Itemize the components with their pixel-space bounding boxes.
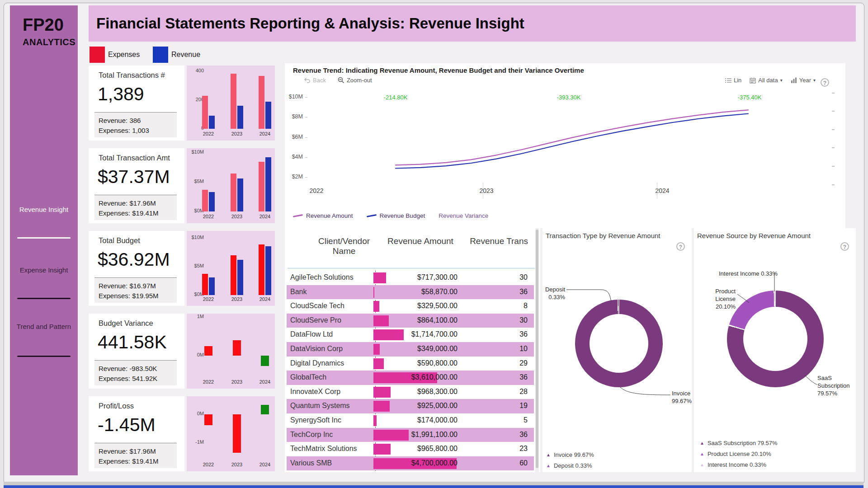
chart-title: Revenue Source by Revenue Amount — [697, 232, 811, 239]
callout-line: Deposit — [542, 286, 565, 293]
table-row[interactable]: TechCorp Inc$1,991,100.0036 — [287, 428, 534, 442]
donut-legend-item[interactable]: ▲Interest Income 0.33% — [700, 461, 778, 468]
header-line: Client/Vendor — [310, 236, 378, 246]
kpi-revenue-line: Revenue: $17.96M — [99, 446, 177, 456]
sidebar-item-trend-and-pattern[interactable]: Trend and Pattern — [10, 323, 78, 330]
table-row[interactable]: GlobalTech$3,610,000.0036 — [287, 371, 534, 385]
table-row[interactable]: TechMatrix Solutions$965,800.0023 — [287, 442, 534, 456]
sidebar: FP20 ANALYTICS Revenue Insight Expense I… — [10, 5, 78, 475]
kpi-value: 441.58K — [98, 332, 167, 353]
callout-line: License 20.10% — [694, 295, 736, 310]
kpi-card-budget-variance[interactable]: Budget Variance 441.58K Revenue: -983.50… — [89, 314, 184, 389]
mini-bar-chart-transactions[interactable]: 4002000202220232024 — [187, 66, 275, 141]
client-vendor-table[interactable]: Client/Vendor Name Revenue Amount Revenu… — [285, 228, 540, 472]
kpi-title: Total Transactions # — [99, 71, 165, 80]
kpi-revenue-line: Revenue: -983.50K — [99, 364, 177, 374]
legend-item-revenue[interactable]: Revenue — [153, 47, 200, 63]
triangle-icon: ▲ — [700, 452, 704, 456]
bottom-accent-bar — [4, 485, 863, 488]
nav-divider — [17, 237, 71, 239]
transaction-type-donut-panel[interactable]: Transaction Type by Revenue Amount ? Dep… — [542, 228, 692, 472]
revenue-swatch — [153, 47, 168, 63]
legend-label: Revenue Variance — [439, 212, 488, 219]
revenue-source-donut[interactable] — [727, 291, 824, 387]
kpi-expenses-line: Expenses: 541.92K — [99, 374, 177, 384]
callout-line: Interest Income 0.33% — [717, 270, 780, 277]
kpi-expenses-line: Expenses: $19.41M — [99, 208, 177, 218]
kpi-breakdown: Revenue: $17.96M Expenses: $19.41M — [94, 443, 177, 468]
legend-item-revenue-budget[interactable]: Revenue Budget — [367, 212, 425, 219]
legend-item-expenses[interactable]: Expenses — [90, 47, 140, 63]
kpi-card-total-transactions[interactable]: Total Transactions # 1,389 Revenue: 386 … — [89, 66, 184, 141]
kpi-value: -1.45M — [98, 414, 156, 436]
table-row[interactable]: DataVision Corp$349,000.0010 — [287, 342, 534, 357]
table-row[interactable]: DataFlow Ltd$1,714,700.0036 — [287, 328, 534, 342]
table-row[interactable]: Digital Dynamics$590,800.0029 — [287, 357, 534, 371]
kpi-breakdown: Revenue: $16.97M Expenses: $19.95M — [94, 277, 177, 303]
table-row[interactable]: AgileTech Solutions$717,300.0030 — [287, 271, 534, 285]
transaction-type-donut[interactable] — [575, 300, 663, 387]
table-row[interactable]: SynergySoft Inc$174,000.005 — [287, 413, 534, 428]
legend-label: Expenses — [105, 51, 140, 59]
kpi-revenue-line: Revenue: 386 — [99, 116, 177, 126]
kpi-expenses-line: Expenses: 1,003 — [99, 126, 177, 136]
mini-bar-chart-budget-variance[interactable]: 1M0M202220232024 — [187, 314, 275, 389]
callout-line: SaaS — [817, 374, 856, 382]
donut-legend-item[interactable]: ▲Product License 20.10% — [700, 450, 778, 457]
callout-interest-income: Interest Income 0.33% — [717, 270, 780, 277]
sidebar-item-revenue-insight[interactable]: Revenue Insight — [10, 206, 78, 213]
revenue-trend-chart[interactable]: Revenue Trend: Indicating Revenue Amount… — [285, 63, 845, 228]
kpi-card-total-transaction-amt[interactable]: Total Transaction Amt $37.37M Revenue: $… — [89, 148, 184, 223]
kpi-value: 1,389 — [98, 84, 144, 105]
help-icon[interactable]: ? — [676, 242, 685, 251]
column-header-revenue-amount[interactable]: Revenue Amount — [382, 236, 459, 246]
callout-saas-subscription: SaaS Subscription 79.57% — [817, 374, 856, 397]
dashboard: FP20 ANALYTICS Revenue Insight Expense I… — [0, 0, 868, 488]
nav-divider — [17, 298, 71, 299]
legend-item-revenue-amount[interactable]: Revenue Amount — [293, 212, 353, 219]
revenue-source-donut-panel[interactable]: Revenue Source by Revenue Amount ? Inter… — [694, 228, 856, 472]
header-underline — [288, 268, 535, 268]
kpi-expenses-line: Expenses: $19.41M — [99, 456, 177, 466]
donut-legend-item[interactable]: ▲Invoice 99.67% — [546, 451, 594, 458]
trend-lines — [285, 63, 845, 228]
header-line: Name — [310, 246, 378, 256]
scrollbar-thumb[interactable] — [536, 230, 538, 468]
triangle-icon: ▲ — [546, 453, 551, 457]
table-scrollbar[interactable] — [535, 228, 539, 472]
sidebar-item-expense-insight[interactable]: Expense Insight — [10, 266, 78, 274]
kpi-card-total-budget[interactable]: Total Budget $36.92M Revenue: $16.97M Ex… — [89, 231, 184, 306]
kpi-card-profit-loss[interactable]: Profit/Loss -1.45M Revenue: $17.96M Expe… — [89, 396, 184, 471]
callout-product-license: Product License 20.10% — [694, 287, 736, 310]
mini-bar-chart-budget[interactable]: $10M$5M$0M202220232024 — [187, 231, 275, 306]
kpi-breakdown: Revenue: -983.50K Expenses: 541.92K — [94, 360, 177, 385]
callout-line: 0.33% — [542, 293, 565, 301]
help-icon[interactable]: ? — [840, 242, 849, 251]
legend-item-revenue-variance[interactable]: Revenue Variance — [439, 212, 488, 219]
callout-line: 79.57% — [817, 389, 856, 397]
kpi-title: Profit/Loss — [99, 402, 134, 410]
kpi-revenue-line: Revenue: $16.97M — [99, 281, 177, 291]
logo-analytics: ANALYTICS — [23, 37, 75, 47]
kpi-breakdown: Revenue: $17.96M Expenses: $19.41M — [94, 195, 177, 220]
table-row[interactable]: InnovateX Corp$968,300.0028 — [287, 385, 534, 399]
kpi-value: $36.92M — [98, 249, 170, 270]
mini-bar-chart-transaction-amt[interactable]: $10M$5M$0M202220232024 — [187, 148, 275, 223]
donut-legend-item[interactable]: ▲Deposit 0.33% — [546, 462, 594, 469]
line-swatch — [293, 214, 303, 217]
table-row[interactable]: Bank$58,870.0036 — [287, 285, 534, 300]
table-row[interactable]: Quantum Systems$925,000.0019 — [287, 399, 534, 413]
table-row[interactable]: Various SMB$4,700,000.0060 — [287, 456, 534, 471]
kpi-breakdown: Revenue: 386 Expenses: 1,003 — [94, 112, 177, 137]
mini-bar-chart-profit-loss[interactable]: 0M-1M202220232024 — [187, 396, 275, 471]
legend-label: Revenue — [168, 51, 200, 59]
nav-divider — [17, 356, 71, 357]
line-swatch — [366, 214, 376, 217]
column-header-client-vendor[interactable]: Client/Vendor Name — [310, 236, 378, 256]
report-header: Financial Statements Reporting & Analysi… — [89, 5, 856, 42]
table-row[interactable]: CloudScale Tech$329,500.008 — [287, 299, 534, 314]
donut-legend-item[interactable]: ▲SaaS Subscription 79.57% — [700, 440, 778, 446]
logo-fp20: FP20 — [23, 15, 64, 35]
table-row[interactable]: CloudServe Pro$864,100.0030 — [287, 314, 534, 328]
column-header-revenue-trans[interactable]: Revenue Trans — [465, 236, 528, 246]
